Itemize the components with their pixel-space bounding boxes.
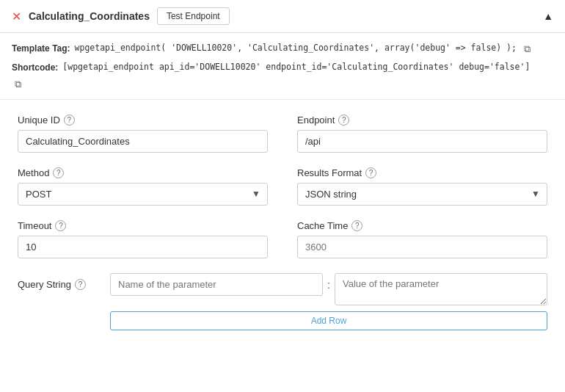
copy-template-tag-icon[interactable]: ⧉ <box>524 42 531 57</box>
shortcode-value: [wpgetapi_endpoint api_id='DOWELL10020' … <box>62 61 530 73</box>
results-format-select[interactable]: JSON string Array Object <box>297 183 547 206</box>
method-group: Method ? POST GET PUT DELETE ▼ <box>18 167 268 206</box>
template-tag-value: wpgetapi_endpoint( 'DOWELL10020', 'Calcu… <box>75 42 517 54</box>
query-value-textarea[interactable] <box>335 273 547 305</box>
header-left: ✕ Calculating_Coordinates Test Endpoint <box>12 7 230 25</box>
query-inputs-col: : Add Row <box>110 273 547 330</box>
timeout-help-icon[interactable]: ? <box>55 220 66 231</box>
query-string-label-col: Query String ? <box>18 273 98 290</box>
method-help-icon[interactable]: ? <box>53 167 64 178</box>
copy-shortcode-icon[interactable]: ⧉ <box>15 79 21 90</box>
template-tag-row: Template Tag: wpgetapi_endpoint( 'DOWELL… <box>12 42 553 57</box>
query-colon-separator: : <box>327 273 330 291</box>
endpoint-input[interactable] <box>297 130 547 153</box>
query-name-input[interactable] <box>110 273 323 296</box>
timeout-group: Timeout ? <box>18 220 268 258</box>
query-input-row: : <box>110 273 547 305</box>
unique-id-group: Unique ID ? <box>18 115 268 153</box>
cache-time-help-icon[interactable]: ? <box>351 220 362 231</box>
cache-time-label: Cache Time ? <box>297 220 547 231</box>
endpoint-label: Endpoint ? <box>297 115 547 126</box>
endpoint-group: Endpoint ? <box>297 115 547 153</box>
endpoint-help-icon[interactable]: ? <box>338 115 349 126</box>
timeout-label: Timeout ? <box>18 220 268 231</box>
query-string-help-icon[interactable]: ? <box>75 279 86 290</box>
method-select[interactable]: POST GET PUT DELETE <box>18 183 268 206</box>
template-tag-label: Template Tag: <box>12 42 70 55</box>
close-icon[interactable]: ✕ <box>12 10 21 23</box>
results-format-select-wrapper: JSON string Array Object ▼ <box>297 183 547 206</box>
shortcode-label: Shortcode: <box>12 61 58 74</box>
shortcode-row: Shortcode: [wpgetapi_endpoint api_id='DO… <box>12 61 553 74</box>
unique-id-label: Unique ID ? <box>18 115 268 126</box>
method-label: Method ? <box>18 167 268 178</box>
form-row-2: Method ? POST GET PUT DELETE ▼ Results F… <box>18 167 547 206</box>
query-string-row: Query String ? : Add Row <box>18 273 547 330</box>
results-format-help-icon[interactable]: ? <box>365 167 376 178</box>
method-select-wrapper: POST GET PUT DELETE ▼ <box>18 183 268 206</box>
form-row-1: Unique ID ? Endpoint ? <box>18 115 547 153</box>
results-format-label: Results Format ? <box>297 167 547 178</box>
cache-time-input[interactable] <box>297 236 547 258</box>
unique-id-help-icon[interactable]: ? <box>64 115 75 126</box>
add-row-button[interactable]: Add Row <box>110 311 547 330</box>
page-title: Calculating_Coordinates <box>29 10 150 22</box>
form-section: Unique ID ? Endpoint ? Method ? POST GET <box>0 100 565 357</box>
code-section: Template Tag: wpgetapi_endpoint( 'DOWELL… <box>0 33 565 100</box>
query-string-label: Query String <box>18 279 71 290</box>
form-row-3: Timeout ? Cache Time ? <box>18 220 547 258</box>
results-format-group: Results Format ? JSON string Array Objec… <box>297 167 547 206</box>
timeout-input[interactable] <box>18 236 268 258</box>
test-endpoint-button[interactable]: Test Endpoint <box>157 7 230 25</box>
chevron-up-icon[interactable]: ▲ <box>543 10 553 22</box>
header: ✕ Calculating_Coordinates Test Endpoint … <box>0 0 565 33</box>
cache-time-group: Cache Time ? <box>297 220 547 258</box>
unique-id-input[interactable] <box>18 130 268 153</box>
